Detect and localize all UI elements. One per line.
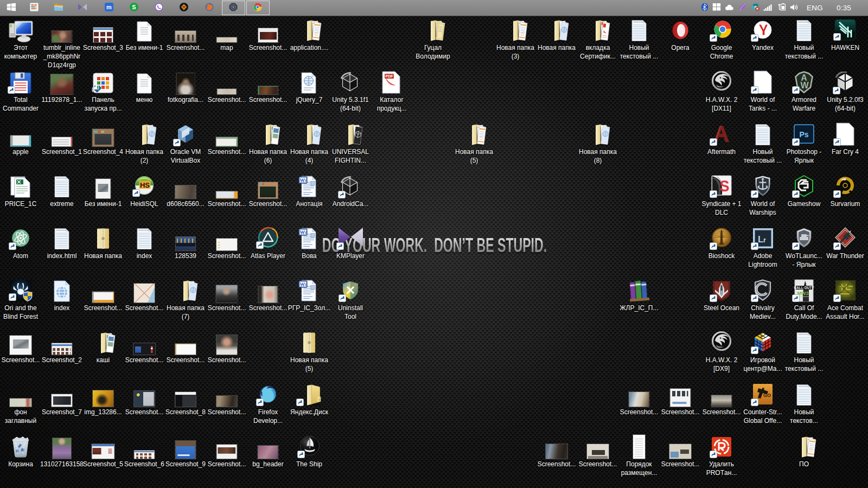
svg-text:2: 2 — [305, 283, 307, 286]
svg-text:HS: HS — [140, 181, 150, 189]
svg-text:r: r — [763, 236, 766, 244]
svg-text:2: 2 — [305, 231, 307, 234]
svg-text:S: S — [132, 4, 136, 10]
svg-text:S: S — [719, 177, 729, 195]
svg-text:CALL·DUTY: CALL·DUTY — [794, 286, 814, 290]
svg-text:Ps: Ps — [799, 130, 808, 139]
svg-text:GO: GO — [763, 393, 771, 398]
svg-text:PDF: PDF — [386, 74, 394, 78]
svg-text:2: 2 — [305, 179, 307, 182]
svg-text:W: W — [800, 81, 809, 90]
svg-text:m: m — [106, 4, 112, 10]
svg-text:L: L — [758, 234, 763, 245]
